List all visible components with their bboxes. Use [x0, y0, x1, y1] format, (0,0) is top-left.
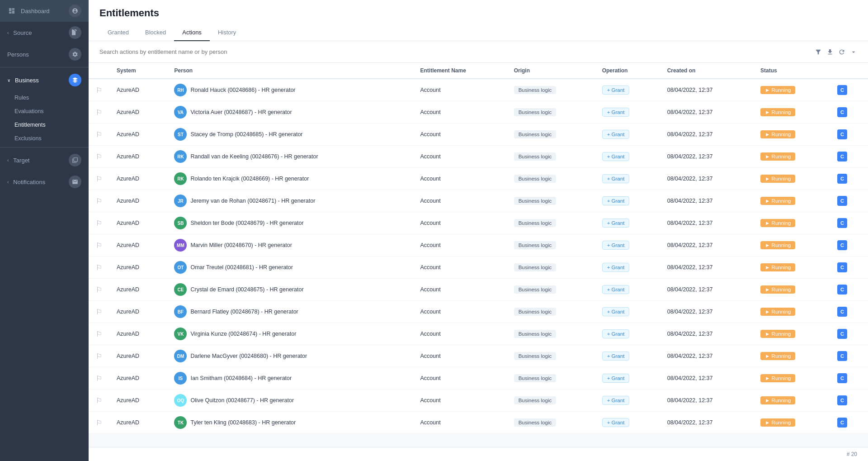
row-person: RK Randall van de Keeling (00248676) - H…: [167, 146, 413, 168]
row-action[interactable]: C: [830, 301, 868, 323]
row-action[interactable]: C: [830, 146, 868, 168]
exclusions-label: Exclusions: [14, 135, 42, 142]
row-origin: Business logic: [507, 279, 595, 301]
row-system: AzureAD: [109, 323, 167, 345]
filter-icon[interactable]: [815, 48, 822, 56]
sidebar-business-label: Business: [15, 77, 39, 84]
persons-icon-btn[interactable]: [69, 48, 81, 61]
row-person-icon: ⚐: [89, 412, 109, 434]
row-created: 08/04/2022, 12:37: [660, 323, 753, 345]
sidebar: Dashboard ‹ Source Persons ∨ Business: [0, 0, 89, 461]
row-person-icon: ⚐: [89, 79, 109, 101]
tab-history[interactable]: History: [210, 24, 244, 41]
table-row: ⚐ AzureAD IS Ian Smitham (00248684) - HR…: [89, 367, 868, 390]
row-created: 08/04/2022, 12:37: [660, 190, 753, 212]
row-status: ► Running: [753, 124, 830, 146]
row-origin: Business logic: [507, 212, 595, 234]
row-action[interactable]: C: [830, 279, 868, 301]
row-person-icon: ⚐: [89, 101, 109, 124]
row-action[interactable]: C: [830, 79, 868, 101]
row-person-icon: ⚐: [89, 257, 109, 279]
row-action[interactable]: C: [830, 124, 868, 146]
row-created: 08/04/2022, 12:37: [660, 146, 753, 168]
sidebar-item-target[interactable]: ‹ Target: [0, 149, 89, 171]
chevron-down-icon[interactable]: [850, 48, 857, 56]
row-status: ► Running: [753, 234, 830, 257]
table-row: ⚐ AzureAD OT Omar Treutel (00248681) - H…: [89, 257, 868, 279]
row-system: AzureAD: [109, 390, 167, 412]
table-row: ⚐ AzureAD ST Stacey de Tromp (00248685) …: [89, 124, 868, 146]
row-operation: + Grant: [595, 345, 660, 367]
tab-blocked[interactable]: Blocked: [137, 24, 174, 41]
target-icon-btn[interactable]: [69, 154, 81, 166]
row-person-icon: ⚐: [89, 146, 109, 168]
row-action[interactable]: C: [830, 412, 868, 434]
row-origin: Business logic: [507, 79, 595, 101]
table-row: ⚐ AzureAD TK Tyler ten Kling (00248683) …: [89, 412, 868, 434]
row-created: 08/04/2022, 12:37: [660, 168, 753, 190]
row-created: 08/04/2022, 12:37: [660, 345, 753, 367]
sidebar-item-dashboard[interactable]: Dashboard: [0, 0, 89, 22]
search-input[interactable]: [99, 47, 815, 57]
row-created: 08/04/2022, 12:37: [660, 257, 753, 279]
row-entitlement: Account: [413, 101, 506, 124]
sidebar-item-source[interactable]: ‹ Source: [0, 22, 89, 43]
sidebar-sub-evaluations[interactable]: Evaluations: [0, 105, 89, 118]
row-person: RK Rolando ten Krajcik (00248669) - HR g…: [167, 168, 413, 190]
row-action[interactable]: C: [830, 101, 868, 124]
refresh-icon[interactable]: [838, 48, 845, 56]
row-action[interactable]: C: [830, 390, 868, 412]
col-header-system: [89, 63, 109, 79]
row-entitlement: Account: [413, 146, 506, 168]
col-header-operation: Operation: [595, 63, 660, 79]
tab-actions[interactable]: Actions: [174, 24, 210, 41]
data-table: System Person Entitlement Name Origin Op…: [89, 63, 868, 434]
source-icon-btn[interactable]: [69, 26, 81, 39]
row-system: AzureAD: [109, 146, 167, 168]
row-origin: Business logic: [507, 367, 595, 390]
row-action[interactable]: C: [830, 257, 868, 279]
sidebar-sub-exclusions[interactable]: Exclusions: [0, 132, 89, 145]
row-action[interactable]: C: [830, 168, 868, 190]
row-created: 08/04/2022, 12:37: [660, 124, 753, 146]
row-action[interactable]: C: [830, 345, 868, 367]
row-status: ► Running: [753, 412, 830, 434]
download-icon[interactable]: [826, 48, 834, 56]
row-status: ► Running: [753, 79, 830, 101]
sidebar-sub-entitlements[interactable]: Entitlements: [0, 118, 89, 132]
tab-granted[interactable]: Granted: [99, 24, 137, 41]
row-operation: + Grant: [595, 390, 660, 412]
row-system: AzureAD: [109, 168, 167, 190]
row-action[interactable]: C: [830, 190, 868, 212]
table-row: ⚐ AzureAD DM Darlene MacGyver (00248680)…: [89, 345, 868, 367]
row-person: RH Ronald Hauck (00248686) - HR generato…: [167, 79, 413, 101]
main-content: Entitlements Granted Blocked Actions His…: [89, 0, 868, 461]
sidebar-item-business[interactable]: ∨ Business: [0, 69, 89, 91]
row-action[interactable]: C: [830, 367, 868, 390]
row-action[interactable]: C: [830, 234, 868, 257]
sidebar-item-persons[interactable]: Persons: [0, 43, 89, 65]
business-icon-btn[interactable]: [69, 74, 81, 86]
row-origin: Business logic: [507, 345, 595, 367]
col-header-action: [830, 63, 868, 79]
row-action[interactable]: C: [830, 212, 868, 234]
row-system: AzureAD: [109, 124, 167, 146]
row-entitlement: Account: [413, 257, 506, 279]
row-entitlement: Account: [413, 234, 506, 257]
row-entitlement: Account: [413, 168, 506, 190]
row-action[interactable]: C: [830, 323, 868, 345]
notifications-icon-btn[interactable]: [69, 176, 81, 188]
row-created: 08/04/2022, 12:37: [660, 279, 753, 301]
row-origin: Business logic: [507, 124, 595, 146]
row-person: OQ Olive Quitzon (00248677) - HR generat…: [167, 390, 413, 412]
row-entitlement: Account: [413, 279, 506, 301]
table-row: ⚐ AzureAD BF Bernard Flatley (00248678) …: [89, 301, 868, 323]
sidebar-dashboard-label: Dashboard: [21, 8, 50, 14]
sidebar-item-notifications[interactable]: ‹ Notifications: [0, 171, 89, 193]
row-system: AzureAD: [109, 79, 167, 101]
row-status: ► Running: [753, 390, 830, 412]
row-person-icon: ⚐: [89, 279, 109, 301]
row-person-icon: ⚐: [89, 234, 109, 257]
dashboard-icon-btn[interactable]: [69, 5, 81, 17]
sidebar-sub-rules[interactable]: Rules: [0, 91, 89, 105]
